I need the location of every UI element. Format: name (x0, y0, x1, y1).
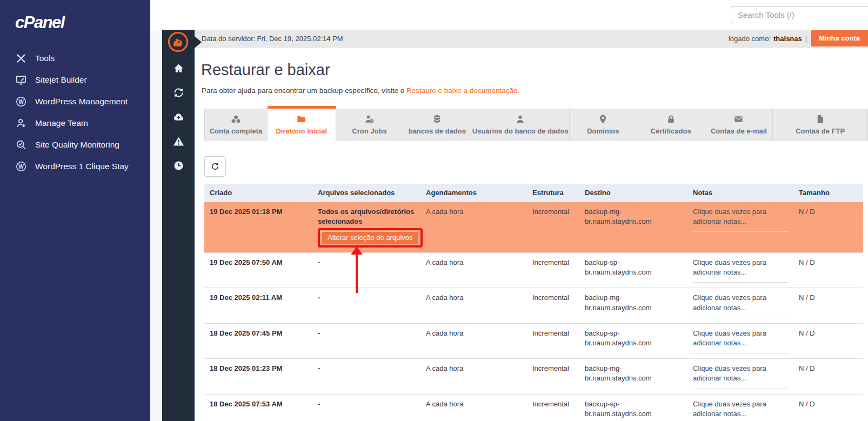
map-pin-icon (598, 114, 608, 124)
tab-usu-rios-do-banco-de-dados[interactable]: Usuários do banco de dados (471, 109, 570, 141)
size-cell: N / D (793, 394, 863, 421)
notes-editable[interactable]: Clique duas vezes para adicionar notas..… (693, 399, 788, 421)
screen: cPanel ToolsSitejet BuilderWWordPress Ma… (0, 0, 868, 421)
schedule-cell: A cada hora (420, 288, 527, 323)
notes-cell: Clique duas vezes para adicionar notas..… (687, 394, 793, 421)
created-cell: 18 Dec 2025 07:53 AM (204, 394, 312, 421)
notes-editable[interactable]: Clique duas vezes para adicionar notas..… (693, 293, 788, 318)
column-header-arquivos-selecionados: Arquivos selecionados (312, 184, 420, 202)
backup-type-tabs: Conta completaDiretório InicialCron Jobs… (204, 106, 868, 141)
table-header-row: CriadoArquivos selecionadosAgendamentosE… (204, 184, 863, 202)
created-cell: 19 Dec 2025 02:11 AM (204, 288, 312, 323)
table-row[interactable]: 18 Dec 2025 01:23 PM-A cada horaIncremen… (204, 359, 863, 394)
gap-strip (150, 30, 162, 421)
schedule-cell: A cada hora (420, 323, 527, 358)
files-selected-label: Todos os arquivos/diretórios selecionado… (318, 207, 415, 226)
status-bar: Data do servidor: Fri, Dec 19, 2025,02:1… (195, 30, 868, 48)
files-selected-label: - (318, 399, 415, 409)
schedule-cell: A cada hora (420, 253, 527, 288)
created-cell: 19 Dec 2025 01:18 PM (204, 202, 312, 253)
table-row[interactable]: 19 Dec 2025 01:18 PMTodos os arquivos/di… (204, 202, 863, 253)
warning-icon[interactable] (173, 136, 184, 147)
size-cell: N / D (793, 288, 863, 323)
lock-icon (666, 114, 676, 124)
tab-label: Usuários do banco de dados (472, 127, 569, 135)
files-cell: - (312, 359, 420, 394)
database-icon (432, 114, 442, 124)
sidebar-item-wordpress-1-clique-stay[interactable]: WWordPress 1 Clique Stay (0, 156, 150, 177)
tab-certificados[interactable]: Certificados (637, 109, 705, 141)
tab-contas-de-e-mail[interactable]: Contas de e-mail (705, 109, 773, 141)
column-header-estrutura: Estrutura (527, 184, 579, 202)
column-header-criado: Criado (204, 184, 312, 202)
table-row[interactable]: 18 Dec 2025 07:45 PM-A cada horaIncremen… (204, 323, 863, 358)
sidebar-item-sitejet-builder[interactable]: Sitejet Builder (0, 69, 150, 91)
structure-cell: Incremental (527, 394, 579, 421)
jetbackup-nav-strip (162, 30, 195, 421)
cpanel-logo[interactable]: cPanel (15, 13, 150, 32)
sync-icon[interactable] (173, 87, 184, 98)
tab-label: Contas de FTP (796, 127, 845, 135)
search-input[interactable] (731, 6, 868, 23)
separator: | (805, 35, 807, 43)
file-icon (815, 114, 825, 124)
cloud-download-icon[interactable] (173, 111, 184, 123)
backups-table: CriadoArquivos selecionadosAgendamentosE… (204, 184, 863, 421)
files-cell: Todos os arquivos/diretórios selecionado… (312, 202, 420, 253)
sidebar-item-label: Sitejet Builder (35, 75, 87, 85)
sidebar-item-wordpress-management[interactable]: WWordPress Management (0, 91, 150, 112)
sidebar-item-label: Tools (35, 54, 55, 63)
tab-cron-jobs[interactable]: Cron Jobs (336, 109, 404, 141)
destination-text: backup-mg-br.naum.staydns.com (585, 293, 666, 312)
notes-editable[interactable]: Clique duas vezes para adicionar notas..… (693, 258, 788, 283)
tab-contas-de-ftp[interactable]: Contas de FTP (773, 109, 868, 141)
sidebar: cPanel ToolsSitejet BuilderWWordPress Ma… (0, 0, 150, 421)
notes-editable[interactable]: Clique duas vezes para adicionar notas..… (693, 364, 788, 389)
sidebar-item-site-quality-monitoring[interactable]: Site Quality Monitoring (0, 134, 150, 156)
documentation-link[interactable]: Restaure e baixe a documentação. (406, 86, 519, 95)
table-row[interactable]: 19 Dec 2025 02:11 AM-A cada horaIncremen… (204, 288, 863, 323)
size-cell: N / D (793, 253, 863, 288)
tab-label: Domínios (587, 127, 619, 135)
destination-text: backup-sp-br.naum.staydns.com (585, 258, 666, 277)
notes-cell: Clique duas vezes para adicionar notas..… (687, 253, 793, 288)
my-account-button[interactable]: Minha conta (811, 30, 868, 46)
help-text: Para obter ajuda para encontrar um backu… (202, 86, 868, 95)
size-cell: N / D (793, 359, 863, 394)
sitejet-icon (15, 74, 27, 86)
page-title: Restaurar e baixar (201, 61, 868, 79)
jetbackup-logo[interactable] (168, 31, 189, 52)
files-cell: - (312, 253, 420, 288)
strip-chevron-icon (195, 36, 202, 48)
created-cell: 18 Dec 2025 07:45 PM (204, 323, 312, 358)
tab-label: Cron Jobs (352, 127, 386, 135)
schedule-cell: A cada hora (420, 202, 527, 253)
clock-icon[interactable] (173, 160, 184, 171)
tab-diret-rio-inicial[interactable]: Diretório Inicial (268, 106, 336, 141)
files-selected-label: - (318, 329, 415, 338)
files-selected-label: - (318, 364, 415, 373)
table-row[interactable]: 19 Dec 2025 07:50 AM-A cada horaIncremen… (204, 253, 863, 288)
sidebar-item-label: WordPress Management (35, 97, 128, 106)
size-cell: N / D (793, 202, 863, 253)
tab-dom-nios[interactable]: Domínios (570, 109, 637, 141)
top-bar (150, 0, 868, 30)
notes-editable[interactable]: Clique duas vezes para adicionar notas..… (693, 329, 788, 353)
notes-editable[interactable]: Clique duas vezes para adicionar notas..… (693, 207, 788, 232)
column-header-tamanho: Tamanho (793, 184, 863, 202)
column-header-notas: Notas (687, 184, 793, 202)
change-file-selection-button[interactable]: Alterar seleção de arquivos (322, 231, 419, 244)
sidebar-item-manage-team[interactable]: Manage Team (0, 112, 150, 134)
destination-cell: backup-sp-br.naum.staydns.com (579, 323, 687, 358)
home-icon[interactable] (173, 63, 184, 74)
tab-bancos-de-dados[interactable]: bancos de dados (403, 109, 471, 141)
table-row[interactable]: 18 Dec 2025 07:53 AM-A cada horaIncremen… (204, 394, 863, 421)
wordpress-icon: W (15, 96, 27, 108)
sidebar-item-label: Manage Team (35, 118, 88, 128)
refresh-button[interactable] (204, 156, 226, 177)
sidebar-item-tools[interactable]: Tools (0, 48, 150, 69)
destination-text: backup-mg-br.naum.staydns.com (585, 207, 666, 226)
svg-text:W: W (18, 99, 24, 105)
destination-cell: backup-sp-br.naum.staydns.com (579, 253, 687, 288)
tab-conta-completa[interactable]: Conta completa (204, 109, 268, 141)
